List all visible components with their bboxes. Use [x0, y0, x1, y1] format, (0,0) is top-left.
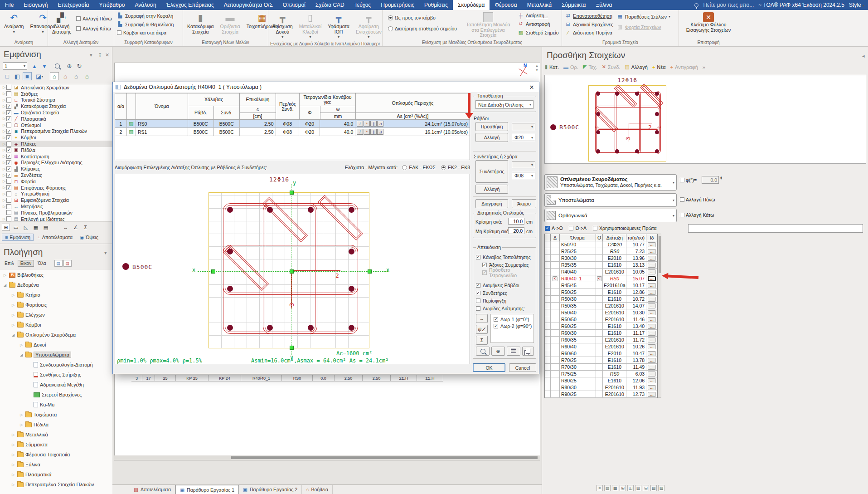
edit-section-button[interactable]: ... — [648, 310, 656, 315]
display-tree-item[interactable]: ▷ ⊞ Εμφανιζόμενα Στοιχεία — [0, 197, 112, 203]
tie-diameter-value[interactable]: Φ08▾ — [512, 172, 535, 179]
nav-tree-item[interactable]: ▷ Πλασματικά — [0, 470, 112, 479]
section-row[interactable]: < R75/25 < RS0 6.03 ... — [545, 371, 657, 377]
bars-icon[interactable]: ∥ — [370, 129, 377, 135]
workspace-tab[interactable]: ▣ Παράθυρο Εργασίας 2 — [239, 485, 302, 494]
nav-tree-item[interactable]: ▷ Βιβλιοθήκες — [0, 270, 112, 280]
core-split-button[interactable]: ∕Διάσπαση Πυρήνα — [564, 29, 614, 36]
model-solid-icon[interactable]: ⌂ — [72, 72, 81, 80]
select-polygon-icon[interactable]: ◺ — [22, 224, 30, 231]
view-solid-icon[interactable]: ■ — [23, 72, 32, 80]
visibility-checkbox[interactable] — [6, 179, 11, 184]
nav-tree-item[interactable]: ▷ Φορτίσεις — [0, 300, 112, 310]
edit-section-button[interactable]: ... — [648, 392, 656, 397]
axis-handle[interactable] — [368, 269, 372, 274]
delete-button[interactable]: Διαγραφή — [475, 199, 508, 208]
display-tree-item[interactable]: ▷ + Κόμβοι — [0, 134, 112, 141]
change-tie-button[interactable]: Αλλαγή — [475, 185, 508, 194]
visibility-checkbox[interactable] — [6, 160, 11, 165]
material-category-dropdown[interactable]: Οπλισμένου Σκυροδέματος Υποστυλώματα, Το… — [544, 174, 677, 191]
section-row[interactable]: < R80/30 < E201610 11.93 ... — [545, 384, 657, 391]
menu-item[interactable]: Σκυρόδεμα — [453, 0, 490, 10]
noncritical-spacing-input[interactable] — [508, 227, 524, 234]
visibility-checkbox[interactable] — [6, 204, 11, 209]
scroll-down-icon[interactable]: ▼ — [535, 68, 538, 72]
workspace-tab[interactable]: ⌂ Βοήθεια — [302, 485, 333, 494]
select-add-icon[interactable]: ⊞ — [2, 224, 10, 231]
select-grid-icon[interactable]: ▦ — [32, 224, 40, 231]
menu-item[interactable]: Ρυθμίσεις — [419, 0, 453, 10]
display-tree-item[interactable]: ▷ ▤ Επιφάνειες Φόρτισης — [0, 185, 112, 191]
expand-arrow-icon[interactable]: ▷ — [2, 129, 6, 133]
print-button[interactable] — [507, 347, 520, 356]
zoom-window-icon[interactable] — [54, 63, 60, 69]
edit-section-button[interactable]: ... — [648, 269, 656, 274]
section-row[interactable]: < K50/70 < 12Φ20 10.77 ... — [545, 241, 657, 248]
edit-section-button[interactable]: ... — [648, 358, 656, 363]
expand-arrow-icon[interactable]: ▷ — [2, 217, 6, 221]
expand-arrow-icon[interactable]: ▷ — [2, 104, 6, 108]
bar-diameter-value[interactable]: Φ20▾ — [512, 134, 535, 141]
sort-atoz-checkbox[interactable] — [545, 226, 550, 231]
nav-tree-item[interactable]: Συνδεσμολογία-Διατομή — [0, 360, 112, 370]
status-icon[interactable]: ▦ — [612, 485, 618, 491]
menu-item[interactable]: File — [0, 0, 19, 10]
beam-reinforcement-button[interactable]: ┳Ενίσχυση Δοκού▾ — [270, 11, 295, 41]
expand-arrow-icon[interactable]: ◢ — [11, 333, 15, 337]
nav-tree-item[interactable]: ▷ Δοκοί — [0, 340, 112, 350]
edit-section-button[interactable]: ... — [648, 256, 656, 261]
close-icon[interactable]: ✕ — [527, 84, 536, 91]
dimension-tool-button[interactable]: ↔ — [476, 314, 488, 323]
expand-arrow-icon[interactable]: ▷ — [11, 443, 15, 447]
edit-section-button[interactable]: ... — [648, 283, 656, 288]
nav-tree-item[interactable]: ◢ Υποστυλώματα — [0, 350, 112, 360]
section-row[interactable]: < R50/35 < E201610 14.07 ... — [545, 303, 657, 309]
expand-arrow-icon[interactable]: ▷ — [2, 117, 6, 121]
nav-tree-item[interactable]: ▷ Κτήριο — [0, 290, 112, 300]
ek2-ek8-radio[interactable]: ΕΚ2 - ΕΚ8 — [441, 165, 470, 170]
expand-arrow-icon[interactable]: ▷ — [2, 148, 6, 152]
copy-button[interactable] — [522, 347, 534, 356]
view-option-checkbox[interactable]: Πρόσθετο Τετραγωνίδιο — [473, 269, 536, 276]
diagram-icon[interactable]: ⊿ — [377, 129, 383, 135]
select-window-icon[interactable]: ▭ — [12, 224, 20, 231]
toolbar-button[interactable]: + Αντιγραφή — [670, 64, 698, 70]
nav-tree-item[interactable]: Ku-Mu — [0, 400, 112, 410]
visibility-checkbox[interactable] — [6, 210, 11, 215]
visibility-checkbox[interactable] — [6, 154, 11, 159]
display-tree-item[interactable]: ▷ ⌂ Υπερωθητική — [0, 191, 112, 197]
panel-tab[interactable]: ◉ Όψεις — [77, 234, 102, 241]
section-row[interactable]: < R60/25 < E1610 13.40 ... — [545, 323, 657, 330]
visibility-checkbox[interactable] — [6, 185, 11, 190]
ok-button[interactable]: OK — [473, 363, 505, 372]
section-filter-input[interactable] — [688, 224, 863, 233]
toolbar-button[interactable]: ▬ Ορ. — [563, 64, 578, 70]
level-combo[interactable]: 1▾ — [3, 62, 27, 70]
diagram-icon[interactable]: ⊿ — [377, 121, 383, 127]
section-row[interactable]: < R50/30 < E1610 10.72 ... — [545, 296, 657, 303]
visibility-checkbox[interactable] — [6, 91, 11, 96]
layout-mode-dropdown[interactable]: Νέα Διάταξη Όπλισης▾ — [475, 100, 533, 109]
nav-tree-item[interactable]: ▷ Κόμβοι — [0, 320, 112, 330]
section-row[interactable]: < R45/45 < E201610a 10.17 ... — [545, 282, 657, 289]
pin-icon[interactable]: ↧ — [98, 52, 102, 58]
edit-section-button[interactable]: ... — [648, 337, 656, 342]
level-up-button[interactable]: ▲ — [30, 62, 39, 70]
section-row[interactable]: < R80/25 < E1610 12.06 ... — [545, 377, 657, 384]
nav-tree-item[interactable]: Στερεοί Βραχίονες — [0, 390, 112, 400]
section-detail-icon[interactable]: * — [364, 121, 370, 127]
zoom-extents-button[interactable]: ⊕ — [491, 347, 505, 356]
expand-arrow-icon[interactable]: ▷ — [2, 173, 6, 177]
cancel-button[interactable]: Cancel — [509, 363, 536, 372]
menu-item[interactable]: Τεύχος — [349, 0, 376, 10]
expand-arrow-icon[interactable]: ▷ — [19, 343, 24, 347]
section-row[interactable]: < R50/25 < E1610 12.86 ... — [545, 289, 657, 296]
menu-item[interactable]: Επεξεργασία — [53, 0, 94, 10]
edit-section-button[interactable]: ... — [648, 372, 656, 377]
display-tree-item[interactable]: ▷ ▤ Επιλογή με Ιδιότητες — [0, 216, 112, 222]
view-mixed-icon[interactable]: ◪▾ — [34, 72, 45, 80]
nav-tree-item[interactable]: ◢ Οπλισμένο Σκυρόδεμα — [0, 330, 112, 340]
expand-arrow-icon[interactable]: ▷ — [11, 473, 15, 477]
toolbar-button[interactable]: ▤ Αλλαγή — [625, 64, 648, 70]
display-tree-item[interactable]: ▷ ▦ Κοιτόστρωση — [0, 153, 112, 160]
